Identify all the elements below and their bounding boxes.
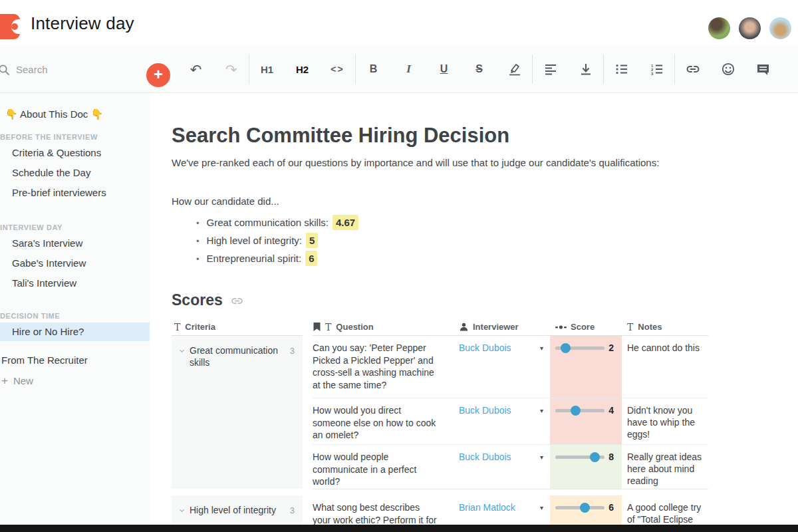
notes-cell[interactable]: Really great ideas here about mind readi… bbox=[622, 444, 708, 489]
toolbar: Search + ↶ ↷ H1 H2 <> B I U S bbox=[0, 45, 798, 93]
coda-logo-icon[interactable] bbox=[0, 14, 20, 39]
align-button[interactable] bbox=[533, 55, 568, 84]
dropdown-arrow-icon: ▾ bbox=[540, 454, 543, 461]
column-header-notes[interactable]: T Notes bbox=[622, 319, 708, 335]
notes-cell[interactable]: Didn't know you have to whip the eggs! bbox=[622, 398, 708, 444]
topbar: Interview day bbox=[0, 0, 798, 45]
score-slider[interactable] bbox=[555, 346, 604, 350]
sidebar-section-interview-day: INTERVIEW DAY bbox=[0, 221, 150, 233]
result-label: Great communication skills: bbox=[207, 217, 329, 228]
result-label: High level of integrity: bbox=[207, 235, 302, 246]
list-item[interactable]: •Entrepreneurial spirit:6 bbox=[172, 249, 798, 267]
link-button[interactable] bbox=[675, 55, 710, 84]
new-page-label: New bbox=[13, 375, 33, 386]
list-item[interactable]: •Great communication skills:4.67 bbox=[172, 213, 798, 231]
interviewer-select[interactable]: Buck Dubois ▾ bbox=[449, 398, 550, 444]
criteria-label: Great communication skills bbox=[190, 344, 289, 368]
column-header-interviewer[interactable]: Interviewer bbox=[449, 319, 550, 335]
sidebar-item-hire-or-no-hire[interactable]: Hire or No Hire? bbox=[0, 323, 150, 341]
interviewer-link[interactable]: Buck Dubois bbox=[459, 452, 511, 462]
sidebar-item-saras-interview[interactable]: Sara's Interview bbox=[0, 233, 150, 253]
highlighter-icon bbox=[507, 62, 522, 76]
text-column-icon: T bbox=[627, 322, 633, 332]
insert-below-button[interactable] bbox=[568, 55, 603, 84]
bold-button[interactable]: B bbox=[356, 55, 391, 84]
slider-handle-icon[interactable] bbox=[561, 343, 571, 353]
column-header-criteria[interactable]: T Criteria bbox=[172, 319, 303, 336]
comment-icon bbox=[755, 62, 771, 77]
comment-button[interactable] bbox=[745, 55, 781, 84]
table-link-icon[interactable] bbox=[230, 294, 244, 308]
group-separator bbox=[313, 489, 708, 495]
bullet-icon: • bbox=[196, 218, 200, 228]
score-slider[interactable] bbox=[555, 506, 604, 509]
sidebar-item-pre-brief-interviewers[interactable]: Pre-brief interviewers bbox=[0, 183, 150, 203]
bullet-list-button[interactable] bbox=[604, 55, 639, 84]
code-button[interactable]: <> bbox=[320, 55, 355, 84]
interviewer-link[interactable]: Buck Dubois bbox=[459, 405, 511, 416]
doc-title[interactable]: Interview day bbox=[31, 13, 134, 34]
page-title[interactable]: Search Committee Hiring Decision bbox=[172, 123, 798, 148]
text-column-icon: T bbox=[174, 322, 180, 332]
italic-button[interactable]: I bbox=[391, 55, 426, 84]
undo-button[interactable]: ↶ bbox=[178, 55, 213, 84]
sidebar-item-criteria-questions[interactable]: Criteria & Questions bbox=[0, 143, 150, 163]
chevron-down-icon[interactable] bbox=[178, 507, 186, 514]
highlight-button[interactable] bbox=[497, 55, 532, 84]
sidebar-new-page-button[interactable]: +New bbox=[0, 372, 150, 390]
how-candidate-did-heading[interactable]: How our candidate did... bbox=[172, 196, 798, 207]
column-header-question[interactable]: T Question bbox=[313, 319, 449, 335]
score-value: 4 bbox=[608, 405, 614, 416]
question-cell[interactable]: How would people communicate in a perfec… bbox=[313, 444, 449, 489]
score-slider[interactable] bbox=[555, 456, 604, 459]
code-icon: <> bbox=[331, 64, 344, 74]
redo-button[interactable]: ↷ bbox=[213, 55, 249, 84]
intro-paragraph[interactable]: We've pre-ranked each of our questions b… bbox=[172, 156, 798, 169]
emoji-button[interactable] bbox=[710, 55, 745, 84]
emoji-icon bbox=[721, 62, 735, 76]
sidebar-item-talis-interview[interactable]: Tali's Interview bbox=[0, 273, 150, 293]
heading2-button[interactable]: H2 bbox=[285, 55, 320, 84]
numbered-list-icon: 123 bbox=[650, 62, 664, 76]
search-icon bbox=[0, 62, 11, 76]
interviewer-link[interactable]: Buck Dubois bbox=[459, 342, 511, 353]
avatar[interactable] bbox=[708, 17, 730, 39]
column-header-label: Notes bbox=[638, 322, 662, 332]
bullet-icon: • bbox=[196, 236, 200, 246]
criteria-group-cell[interactable]: Great communication skills 3 bbox=[172, 336, 303, 489]
arrow-down-to-line-icon bbox=[579, 62, 593, 76]
slider-handle-icon[interactable] bbox=[571, 406, 581, 416]
strikethrough-icon: S bbox=[475, 63, 483, 75]
italic-icon: I bbox=[406, 63, 411, 76]
strikethrough-button[interactable]: S bbox=[462, 55, 497, 84]
score-cell: 4 bbox=[550, 398, 622, 444]
question-cell[interactable]: How would you direct someone else on how… bbox=[313, 398, 449, 444]
interviewer-select[interactable]: Buck Dubois ▾ bbox=[449, 444, 550, 489]
slider-handle-icon[interactable] bbox=[590, 452, 600, 462]
h1-icon: H1 bbox=[261, 64, 273, 75]
search-input[interactable]: Search bbox=[0, 45, 48, 93]
heading1-button[interactable]: H1 bbox=[249, 55, 285, 84]
interviewer-select[interactable]: Buck Dubois ▾ bbox=[449, 336, 550, 398]
column-header-score[interactable]: Score bbox=[550, 319, 622, 335]
sidebar-item-from-the-recruiter[interactable]: From The Recruiter bbox=[0, 351, 150, 370]
add-button[interactable]: + bbox=[146, 63, 170, 87]
app-window: Interview day Search + ↶ ↷ H1 H2 <> B I … bbox=[0, 0, 798, 532]
score-slider[interactable] bbox=[555, 409, 604, 412]
chevron-down-icon[interactable] bbox=[178, 347, 186, 354]
avatar[interactable] bbox=[739, 17, 761, 39]
question-cell[interactable]: Can you say: 'Peter Pepper Picked a Pick… bbox=[313, 336, 449, 398]
underline-button[interactable]: U bbox=[426, 55, 462, 84]
list-item[interactable]: •High level of integrity:5 bbox=[172, 231, 798, 249]
avatar[interactable] bbox=[769, 17, 791, 39]
sidebar-item-gabes-interview[interactable]: Gabe's Interview bbox=[0, 253, 150, 273]
sidebar-item-schedule-the-day[interactable]: Schedule the Day bbox=[0, 163, 150, 183]
sidebar-section-before-the-interview: BEFORE THE INTERVIEW bbox=[0, 131, 150, 143]
notes-cell[interactable]: He cannot do this bbox=[622, 336, 708, 398]
group-row-count: 3 bbox=[290, 505, 303, 515]
numbered-list-button[interactable]: 123 bbox=[639, 55, 674, 84]
slider-handle-icon[interactable] bbox=[580, 503, 590, 513]
interviewer-link[interactable]: Brian Matlock bbox=[459, 502, 515, 513]
sidebar-item-about-this-doc[interactable]: 👇 About This Doc 👇 bbox=[0, 106, 150, 122]
sidebar: 👇 About This Doc 👇 BEFORE THE INTERVIEW … bbox=[0, 93, 150, 532]
